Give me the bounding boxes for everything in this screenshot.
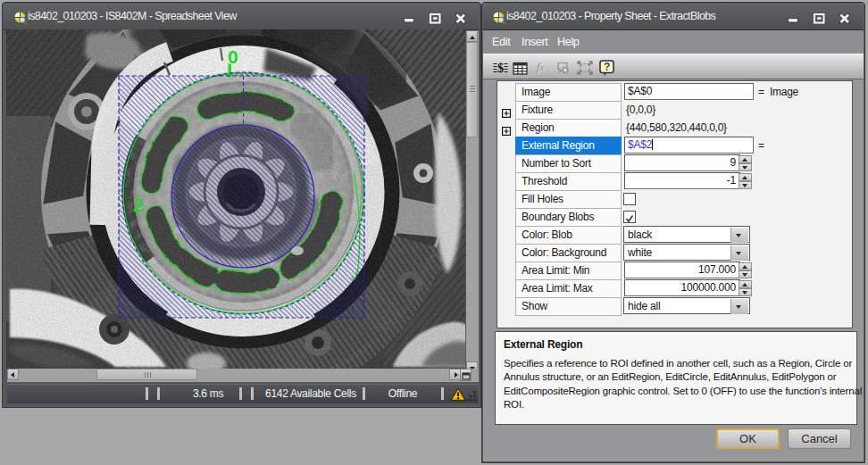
svg-text:?: ? <box>604 61 610 73</box>
svg-text:2: 2 <box>133 195 144 215</box>
svg-text:$: $ <box>497 62 504 75</box>
